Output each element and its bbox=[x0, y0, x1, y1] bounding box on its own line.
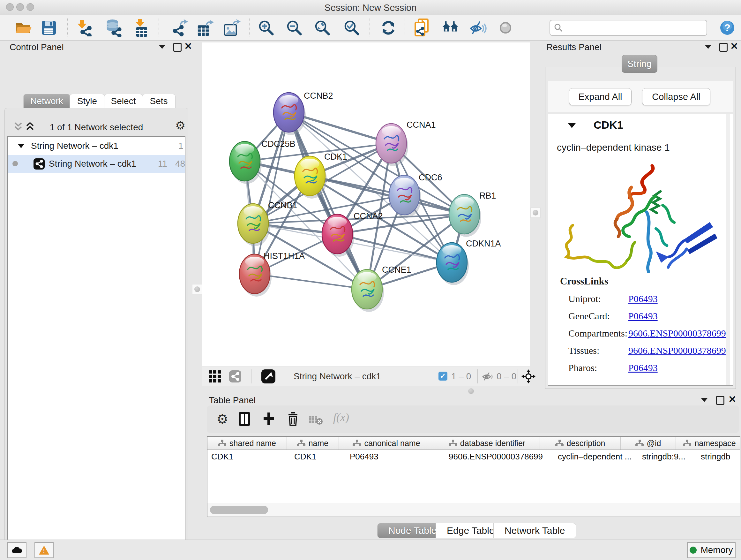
table-cell[interactable]: stringdb:9... bbox=[638, 450, 697, 463]
table-cell[interactable]: stringdb bbox=[697, 450, 741, 463]
show-all-panels-icon[interactable] bbox=[442, 19, 459, 37]
network-options-gear-icon[interactable]: ⚙ bbox=[175, 120, 185, 131]
table-row[interactable]: CDK1CDK1P064939606.ENSP00000378699cyclin… bbox=[207, 450, 740, 463]
cloud-button[interactable] bbox=[7, 542, 26, 558]
hidden-node-edge-counts: 0 – 0 bbox=[496, 371, 516, 381]
control-panel-close-icon[interactable]: ✕ bbox=[184, 42, 192, 51]
tab-style[interactable]: Style bbox=[70, 94, 105, 108]
crosslink-tissues-link[interactable]: 9606.ENSP00000378699 bbox=[628, 345, 726, 356]
footer-separator bbox=[477, 369, 478, 383]
table-cell[interactable]: CDK1 bbox=[207, 450, 290, 463]
crosslink-uniprot-link[interactable]: P06493 bbox=[628, 294, 658, 304]
left-splitter-handle[interactable] bbox=[192, 284, 202, 294]
column-header-canonical-name[interactable]: canonical name bbox=[339, 437, 434, 449]
column-header-shared-name[interactable]: shared name bbox=[207, 437, 287, 449]
network-collection-row[interactable]: String Network – cdk1 1 bbox=[8, 137, 185, 155]
results-scrollbar[interactable] bbox=[726, 114, 730, 385]
crosslink-pharos-link[interactable]: P06493 bbox=[628, 362, 658, 373]
window-title: Session: New Session bbox=[0, 3, 741, 13]
network-node-CCNA1[interactable]: CCNA1 bbox=[376, 120, 436, 166]
column-header-namespace[interactable]: namespace bbox=[676, 437, 741, 449]
apply-function-icon[interactable]: f(x) bbox=[333, 411, 349, 424]
hidden-eye-slash-icon[interactable] bbox=[482, 371, 495, 383]
node-table[interactable]: shared namenamecanonical namedatabase id… bbox=[207, 436, 740, 517]
clone-network-icon[interactable] bbox=[413, 19, 430, 37]
gene-collapse-icon[interactable] bbox=[568, 123, 576, 128]
results-panel-maximize-icon[interactable] bbox=[719, 43, 728, 52]
network-node-CDKN1A[interactable]: CDKN1A bbox=[436, 239, 501, 285]
hide-panels-eye-slash-icon[interactable] bbox=[469, 19, 487, 37]
add-column-icon[interactable] bbox=[263, 412, 274, 427]
expand-all-button[interactable]: Expand All bbox=[569, 88, 631, 105]
refresh-icon[interactable] bbox=[380, 19, 397, 37]
collapse-all-button[interactable]: Collapse All bbox=[642, 88, 711, 105]
crosslink-genecard-link[interactable]: P06493 bbox=[628, 311, 658, 321]
tab-select[interactable]: Select bbox=[104, 94, 143, 108]
table-cell[interactable]: cyclin–dependent ... bbox=[554, 450, 638, 463]
birds-eye-view-icon[interactable] bbox=[261, 369, 275, 385]
import-table-icon[interactable] bbox=[133, 19, 150, 37]
network-share-view-icon[interactable] bbox=[229, 370, 241, 384]
table-horizontal-scrollbar[interactable] bbox=[207, 503, 740, 516]
zoom-selected-icon[interactable] bbox=[343, 19, 360, 37]
column-header-database-identifier[interactable]: database identifier bbox=[434, 437, 540, 449]
network-row-selected[interactable]: String Network – cdk1 11 48 bbox=[8, 155, 185, 173]
column-header-name[interactable]: name bbox=[287, 437, 339, 449]
gene-section-header[interactable]: CDK1 bbox=[548, 114, 733, 136]
scrollbar-thumb[interactable] bbox=[210, 506, 268, 514]
right-splitter-handle[interactable] bbox=[530, 207, 541, 218]
save-session-icon[interactable] bbox=[40, 19, 57, 37]
export-network-icon[interactable] bbox=[171, 19, 188, 37]
clear-table-icon[interactable] bbox=[309, 415, 323, 427]
control-panel-maximize-icon[interactable] bbox=[173, 43, 182, 52]
grid-view-icon[interactable] bbox=[209, 370, 221, 384]
tab-network[interactable]: Network bbox=[23, 94, 70, 108]
zoom-out-icon[interactable] bbox=[286, 19, 303, 37]
collection-expand-icon[interactable] bbox=[17, 144, 24, 148]
tab-sets[interactable]: Sets bbox=[142, 94, 176, 108]
table-cell[interactable]: 9606.ENSP00000378699 bbox=[445, 450, 554, 463]
selected-checkbox-icon[interactable]: ✓ bbox=[439, 372, 448, 381]
control-panel-float-icon[interactable] bbox=[158, 45, 165, 49]
network-node-CCNE1[interactable]: CCNE1 bbox=[352, 265, 411, 312]
import-network-from-database-icon[interactable] bbox=[105, 19, 122, 37]
table-panel-float-icon[interactable] bbox=[701, 398, 708, 402]
table-cell[interactable]: CDK1 bbox=[290, 450, 346, 463]
zoom-in-icon[interactable] bbox=[258, 19, 275, 37]
export-image-icon[interactable] bbox=[223, 19, 241, 37]
search-input[interactable] bbox=[565, 21, 703, 34]
string-network-graph[interactable]: CCNB2CCNA1CDC25BCDK1CDC6RB1CCNB1CCNA2CDK… bbox=[202, 43, 530, 367]
pan-crosshair-icon[interactable] bbox=[522, 369, 536, 385]
network-view-toolbar: String Network – cdk1 ✓ 1 – 0 0 – 0 bbox=[202, 367, 530, 386]
column-header-description[interactable]: description bbox=[540, 437, 621, 449]
tab-network-table[interactable]: Network Table bbox=[493, 523, 576, 538]
show-columns-icon[interactable] bbox=[239, 412, 250, 427]
delete-column-trash-icon[interactable] bbox=[287, 412, 299, 427]
help-icon[interactable]: ? bbox=[719, 19, 736, 37]
import-network-icon[interactable] bbox=[76, 19, 93, 37]
table-cell[interactable]: P06493 bbox=[346, 450, 445, 463]
table-options-gear-icon[interactable]: ⚙ bbox=[216, 413, 228, 426]
table-panel-maximize-icon[interactable] bbox=[716, 396, 724, 405]
memory-button[interactable]: Memory bbox=[687, 542, 736, 558]
search-box[interactable] bbox=[549, 20, 707, 36]
export-table-icon[interactable] bbox=[197, 19, 214, 37]
open-session-icon[interactable] bbox=[15, 19, 32, 37]
network-node-CCNB2[interactable]: CCNB2 bbox=[273, 91, 333, 135]
warning-button[interactable]: ! bbox=[35, 542, 54, 558]
network-node-HIST1H1A[interactable]: HIST1H1A bbox=[239, 251, 305, 297]
network-node-CDC25B[interactable]: CDC25B bbox=[229, 139, 295, 184]
crosslink-compartments-link[interactable]: 9606.ENSP00000378699 bbox=[628, 328, 726, 339]
column-header-@id[interactable]: @id bbox=[621, 437, 676, 449]
eye-icon[interactable] bbox=[497, 19, 514, 37]
tab-string[interactable]: String bbox=[622, 55, 657, 73]
zoom-fit-icon[interactable] bbox=[314, 19, 331, 37]
network-node-CDC6[interactable]: CDC6 bbox=[389, 173, 442, 218]
network-node-RB1[interactable]: RB1 bbox=[449, 191, 496, 237]
table-panel-close-icon[interactable]: ✕ bbox=[728, 395, 736, 404]
results-panel-close-icon[interactable]: ✕ bbox=[730, 42, 738, 51]
results-panel-float-icon[interactable] bbox=[704, 45, 712, 49]
network-canvas[interactable]: CCNB2CCNA1CDC25BCDK1CDC6RB1CCNB1CCNA2CDK… bbox=[202, 43, 530, 367]
network-node-CCNB1[interactable]: CCNB1 bbox=[238, 200, 297, 246]
network-node-CDK1[interactable]: CDK1 bbox=[294, 152, 347, 199]
